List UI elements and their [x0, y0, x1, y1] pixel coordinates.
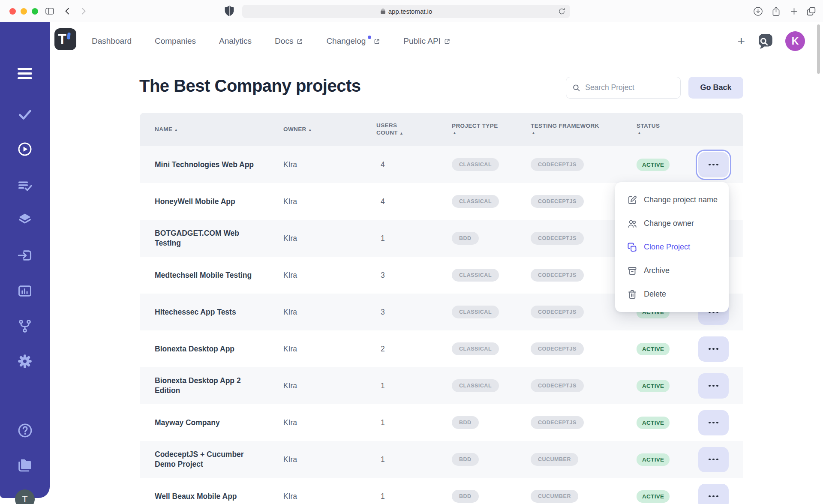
status-badge: ACTIVE — [637, 380, 670, 392]
layers-icon — [17, 212, 33, 227]
row-actions-button[interactable] — [698, 484, 729, 504]
sidebar-item-branches[interactable] — [0, 318, 50, 334]
create-new-button[interactable]: + — [737, 35, 745, 48]
sidebar-menu-toggle[interactable] — [0, 68, 50, 79]
notification-dot — [368, 36, 371, 39]
project-name[interactable]: Well Beaux Mobile App — [155, 492, 258, 501]
project-type-badge: CLASSICAL — [452, 306, 499, 318]
sidebar-item-help[interactable] — [0, 423, 50, 438]
testing-framework-badge: CODECEPTJS — [531, 195, 584, 208]
nav-item-public-api[interactable]: Public API — [403, 36, 451, 46]
table-row: Bionexta Desktop App KIra 2 CLASSICAL CO… — [140, 330, 743, 367]
external-link-icon — [444, 38, 451, 45]
column-header-name[interactable]: NAME▲ — [155, 126, 283, 134]
url-text: app.testomat.io — [388, 8, 433, 15]
project-name[interactable]: Hitechessec App Tests — [155, 307, 258, 317]
project-name[interactable]: BOTGADGET.COM Web Testing — [155, 228, 258, 248]
user-avatar[interactable]: K — [785, 31, 805, 51]
column-header-status[interactable]: STATUS▲ — [637, 122, 698, 137]
testing-framework-badge: CUCUMBER — [531, 490, 578, 503]
support-search-button[interactable] — [756, 32, 774, 50]
testomat-logo[interactable]: T — [54, 28, 76, 50]
row-actions-button[interactable] — [698, 410, 729, 435]
nav-item-companies[interactable]: Companies — [155, 36, 196, 46]
status-badge: ACTIVE — [637, 490, 670, 503]
back-button[interactable] — [63, 6, 73, 16]
nav-right-actions: + K — [737, 22, 805, 60]
row-context-menu: Change project name Change owner Clone P… — [615, 182, 729, 312]
downloads-button[interactable] — [753, 6, 763, 17]
primary-nav: Dashboard Companies Analytics Docs Chang… — [92, 22, 451, 60]
menu-item-clone-project[interactable]: Clone Project — [615, 235, 729, 259]
share-button[interactable] — [771, 6, 781, 17]
project-name[interactable]: HoneyWell Mobile App — [155, 197, 258, 207]
menu-item-archive[interactable]: Archive — [615, 259, 729, 282]
project-name[interactable]: Bionexta Desktop App — [155, 344, 258, 354]
search-input[interactable] — [585, 83, 674, 92]
window-controls[interactable] — [9, 8, 38, 15]
table-row: CodeceptJS + Cucumber Demo Project KIra … — [140, 441, 743, 478]
table-row: Mayway Company KIra 1 BDD CODECEPTJS ACT… — [140, 404, 743, 441]
project-name[interactable]: Medtechsell Mobile Testing — [155, 270, 258, 280]
menu-item-change-owner[interactable]: Change owner — [615, 212, 729, 235]
row-actions-button[interactable] — [698, 447, 729, 472]
project-name[interactable]: CodeceptJS + Cucumber Demo Project — [155, 450, 258, 469]
reload-icon[interactable] — [558, 7, 566, 15]
column-header-users-count[interactable]: USERS COUNT▲ — [376, 122, 416, 137]
column-header-testing-framework[interactable]: TESTING FRAMEWORK▲ — [531, 122, 637, 137]
menu-item-delete[interactable]: Delete — [615, 282, 729, 306]
shield-icon[interactable] — [225, 6, 234, 17]
close-window-button[interactable] — [9, 8, 16, 15]
row-actions-button[interactable] — [698, 373, 729, 399]
project-type-badge: BDD — [452, 453, 479, 466]
copy-icon — [627, 242, 637, 252]
address-bar[interactable]: app.testomat.io — [242, 5, 570, 18]
trash-icon — [627, 289, 637, 300]
sidebar-toggle-icon[interactable] — [45, 6, 55, 16]
table-row: Bionexta Desktop App 2 Edition KIra 1 CL… — [140, 367, 743, 404]
nav-item-analytics[interactable]: Analytics — [219, 36, 252, 46]
column-header-project-type[interactable]: PROJECT TYPE▲ — [452, 122, 531, 137]
sidebar-item-tests[interactable] — [0, 107, 50, 122]
project-type-badge: BDD — [452, 232, 479, 245]
page-scrollbar-thumb[interactable] — [817, 24, 820, 74]
menu-item-change-project-name[interactable]: Change project name — [615, 188, 729, 212]
project-name[interactable]: Mini Technologies Web App — [155, 160, 258, 170]
forward-button[interactable] — [78, 6, 88, 16]
project-type-badge: CLASSICAL — [452, 342, 499, 355]
table-row: Well Beaux Mobile App KIra 1 BDD CUCUMBE… — [140, 478, 743, 504]
sidebar-item-analytics[interactable] — [0, 283, 50, 299]
search-icon — [572, 83, 580, 93]
go-back-button[interactable]: Go Back — [688, 77, 743, 99]
project-owner: KIra — [283, 418, 376, 427]
minimize-window-button[interactable] — [21, 8, 27, 15]
sidebar-item-import[interactable] — [0, 248, 50, 263]
nav-item-dashboard[interactable]: Dashboard — [92, 36, 132, 46]
sort-asc-icon: ▲ — [308, 128, 312, 132]
project-users-count: 1 — [376, 492, 452, 501]
project-name[interactable]: Bionexta Desktop App 2 Edition — [155, 376, 258, 396]
nav-item-docs[interactable]: Docs — [275, 36, 303, 46]
column-header-owner[interactable]: OWNER▲ — [283, 126, 376, 134]
sidebar-item-suites[interactable] — [0, 212, 50, 227]
zoom-window-button[interactable] — [32, 8, 38, 15]
row-actions-button[interactable] — [698, 152, 729, 177]
workspace-avatar[interactable]: T — [0, 489, 50, 504]
sidebar-item-projects[interactable] — [0, 457, 50, 473]
external-link-icon — [296, 38, 303, 45]
row-actions-button[interactable] — [698, 336, 729, 362]
sidebar-item-settings[interactable] — [0, 354, 50, 369]
project-name[interactable]: Mayway Company — [155, 418, 258, 428]
sidebar-item-runs[interactable] — [0, 141, 50, 157]
support-search-icon — [756, 32, 774, 50]
testing-framework-badge: CODECEPTJS — [531, 158, 584, 171]
nav-item-changelog[interactable]: Changelog — [326, 36, 380, 46]
project-type-badge: CLASSICAL — [452, 158, 499, 171]
project-owner: KIra — [283, 308, 376, 317]
project-owner: KIra — [283, 455, 376, 464]
new-tab-button[interactable] — [789, 6, 799, 17]
project-search — [566, 77, 681, 99]
table-row: Mini Technologies Web App KIra 4 CLASSIC… — [140, 146, 743, 183]
sidebar-item-run-plans[interactable] — [0, 177, 50, 193]
tab-overview-button[interactable] — [806, 6, 817, 17]
